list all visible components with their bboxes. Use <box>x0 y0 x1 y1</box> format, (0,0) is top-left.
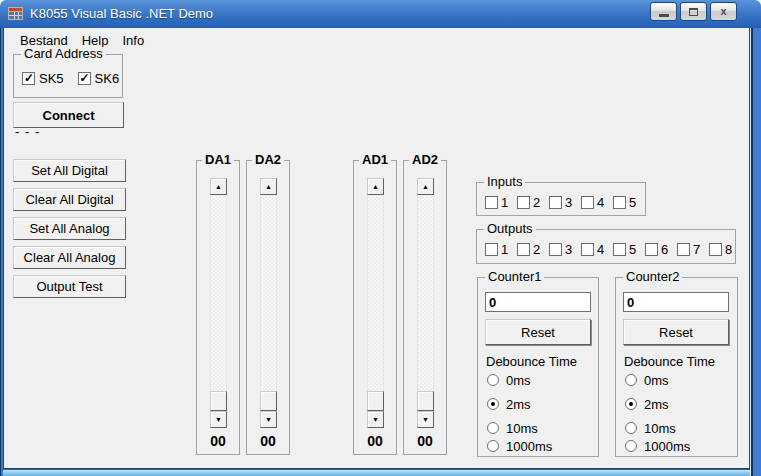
output-1[interactable]: 1 <box>485 242 517 257</box>
ad1-scrollbar-track[interactable]: ▲ ▼ <box>367 178 384 428</box>
counter1-value-field[interactable]: 0 <box>485 292 591 312</box>
status-text: - - - <box>15 124 40 139</box>
output-4-checkbox-icon[interactable] <box>581 243 594 256</box>
titlebar[interactable]: K8055 Visual Basic .NET Demo x <box>0 0 761 28</box>
clear-all-analog-button[interactable]: Clear All Analog <box>13 246 126 269</box>
da1-group: DA1 ▲ ▼ 00 <box>196 160 240 455</box>
counter1-0ms-radio-icon[interactable] <box>487 374 499 386</box>
counter2-radio-10ms[interactable]: 10ms <box>625 421 676 435</box>
counter2-2ms-radio-icon[interactable] <box>625 398 637 410</box>
counter2-10ms-radio-icon[interactable] <box>625 422 637 434</box>
close-button[interactable]: x <box>710 2 737 21</box>
input-4-label: 4 <box>597 195 604 210</box>
counter2-reset-button[interactable]: Reset <box>623 319 729 345</box>
set-all-digital-button[interactable]: Set All Digital <box>13 159 126 182</box>
maximize-button[interactable] <box>680 2 707 21</box>
output-5-checkbox-icon[interactable] <box>613 243 626 256</box>
window-frame-right <box>750 28 761 476</box>
sk5-checkbox-icon[interactable] <box>22 72 35 85</box>
counter1-radio-10ms[interactable]: 10ms <box>487 421 538 435</box>
counter2-0ms-radio-icon[interactable] <box>625 374 637 386</box>
counter1-radio-1000ms[interactable]: 1000ms <box>487 439 552 453</box>
ad1-scrollbar-thumb[interactable] <box>367 391 384 411</box>
input-3-label: 3 <box>565 195 572 210</box>
output-6-checkbox-icon[interactable] <box>645 243 658 256</box>
counter1-radio-0ms[interactable]: 0ms <box>487 373 531 387</box>
da1-value: 00 <box>197 433 239 449</box>
ad2-scroll-down-icon[interactable]: ▼ <box>417 411 434 428</box>
output-8[interactable]: 8 <box>709 242 741 257</box>
sk6-checkbox-icon[interactable] <box>78 72 91 85</box>
inputs-group: Inputs 1 2 3 4 5 <box>476 182 646 216</box>
input-1[interactable]: 1 <box>485 195 517 210</box>
counter2-radio-0ms[interactable]: 0ms <box>625 373 669 387</box>
da2-scroll-down-icon[interactable]: ▼ <box>260 411 277 428</box>
output-3[interactable]: 3 <box>549 242 581 257</box>
input-5[interactable]: 5 <box>613 195 645 210</box>
counter2-radio-2ms[interactable]: 2ms <box>625 397 669 411</box>
app-icon <box>8 6 24 22</box>
counter1-reset-button[interactable]: Reset <box>485 319 591 345</box>
clear-all-digital-button[interactable]: Clear All Digital <box>13 188 126 211</box>
counter2-group: Counter2 0 Reset Debounce Time 0ms 2ms 1… <box>615 277 738 457</box>
output-4[interactable]: 4 <box>581 242 613 257</box>
ad1-value: 00 <box>354 433 396 449</box>
output-7[interactable]: 7 <box>677 242 709 257</box>
ad2-scrollbar-thumb[interactable] <box>417 391 434 411</box>
ad1-scroll-down-icon[interactable]: ▼ <box>367 411 384 428</box>
counter1-10ms-radio-icon[interactable] <box>487 422 499 434</box>
sk5-label: SK5 <box>39 71 64 86</box>
output-1-checkbox-icon[interactable] <box>485 243 498 256</box>
output-test-button[interactable]: Output Test <box>13 275 126 298</box>
da1-scroll-up-icon[interactable]: ▲ <box>210 178 227 195</box>
ad2-scrollbar-track[interactable]: ▲ ▼ <box>417 178 434 428</box>
output-7-checkbox-icon[interactable] <box>677 243 690 256</box>
counter1-2ms-radio-icon[interactable] <box>487 398 499 410</box>
input-4-checkbox-icon[interactable] <box>581 196 594 209</box>
output-2-checkbox-icon[interactable] <box>517 243 530 256</box>
ad2-scroll-up-icon[interactable]: ▲ <box>417 178 434 195</box>
output-8-checkbox-icon[interactable] <box>709 243 722 256</box>
counter1-0ms-label: 0ms <box>506 373 531 388</box>
ad2-group: AD2 ▲ ▼ 00 <box>403 160 447 455</box>
counter1-radio-2ms[interactable]: 2ms <box>487 397 531 411</box>
minimize-button[interactable] <box>650 2 677 21</box>
input-2[interactable]: 2 <box>517 195 549 210</box>
input-2-checkbox-icon[interactable] <box>517 196 530 209</box>
da1-scrollbar-thumb[interactable] <box>210 391 227 411</box>
outputs-group: Outputs 1 2 3 4 5 6 7 8 <box>476 229 736 264</box>
input-3-checkbox-icon[interactable] <box>549 196 562 209</box>
input-5-checkbox-icon[interactable] <box>613 196 626 209</box>
counter2-value-field[interactable]: 0 <box>623 292 729 312</box>
counter2-2ms-label: 2ms <box>644 397 669 412</box>
input-4[interactable]: 4 <box>581 195 613 210</box>
counter2-1000ms-radio-icon[interactable] <box>625 440 637 452</box>
counter1-1000ms-radio-icon[interactable] <box>487 440 499 452</box>
window-frame-bottom <box>3 469 750 476</box>
counter1-title: Counter1 <box>485 270 544 284</box>
counter2-radio-1000ms[interactable]: 1000ms <box>625 439 690 453</box>
da1-scroll-down-icon[interactable]: ▼ <box>210 411 227 428</box>
da1-title: DA1 <box>202 153 234 167</box>
da2-scrollbar-track[interactable]: ▲ ▼ <box>260 178 277 428</box>
output-7-label: 7 <box>693 242 700 257</box>
set-all-analog-button[interactable]: Set All Analog <box>13 217 126 240</box>
input-1-checkbox-icon[interactable] <box>485 196 498 209</box>
output-6[interactable]: 6 <box>645 242 677 257</box>
da2-scroll-up-icon[interactable]: ▲ <box>260 178 277 195</box>
output-5[interactable]: 5 <box>613 242 645 257</box>
output-2[interactable]: 2 <box>517 242 549 257</box>
output-5-label: 5 <box>629 242 636 257</box>
counter1-10ms-label: 10ms <box>506 421 538 436</box>
da1-scrollbar-track[interactable]: ▲ ▼ <box>210 178 227 428</box>
ad1-scroll-up-icon[interactable]: ▲ <box>367 178 384 195</box>
card-address-group: Card Address SK5 SK6 <box>13 54 123 98</box>
checkbox-sk6[interactable]: SK6 <box>78 71 120 86</box>
output-3-checkbox-icon[interactable] <box>549 243 562 256</box>
checkbox-sk5[interactable]: SK5 <box>22 71 64 86</box>
da2-title: DA2 <box>252 153 284 167</box>
da2-scrollbar-thumb[interactable] <box>260 391 277 411</box>
menu-bar: Bestand Help Info <box>4 28 749 52</box>
menu-info[interactable]: Info <box>115 30 151 51</box>
input-3[interactable]: 3 <box>549 195 581 210</box>
